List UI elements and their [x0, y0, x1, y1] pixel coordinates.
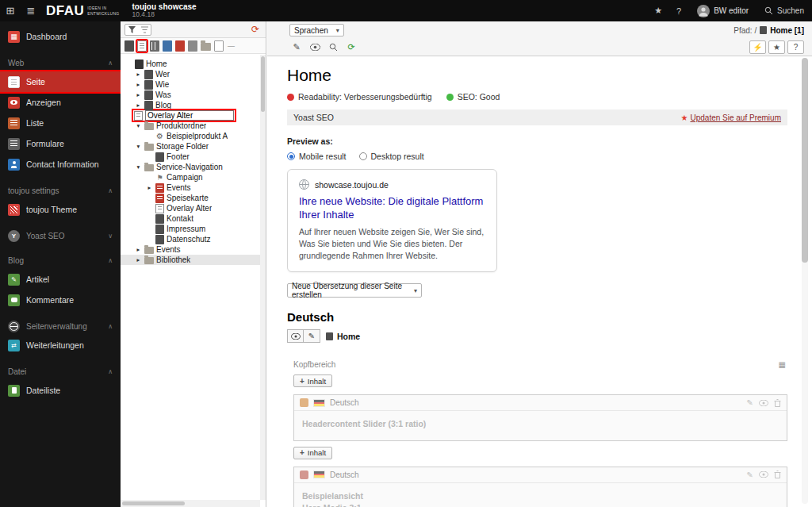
tree-filter-icon[interactable] [138, 25, 151, 35]
add-content-button-1[interactable]: + Inhalt [293, 374, 332, 387]
sidebar-section-blog[interactable]: Blog ∧ [0, 252, 121, 269]
tree-item-kontakt[interactable]: Kontakt [121, 213, 266, 224]
sidebar-item-anzeigen[interactable]: Anzeigen [0, 92, 121, 113]
sidebar-item-formulare[interactable]: Formulare [0, 133, 121, 154]
tree-item-speisekarte[interactable]: Speisekarte [121, 193, 266, 203]
chevron-right-icon[interactable]: ▸ [135, 102, 142, 109]
tree-item-bibliothek[interactable]: ▸ Bibliothek [121, 255, 266, 265]
new-divider-icon[interactable] [227, 40, 236, 52]
sidebar-section-seitenverwaltung[interactable]: Seitenverwaltung ∧ [0, 317, 121, 335]
bookmark-button[interactable]: ★ [768, 40, 785, 54]
new-mountpoint-icon[interactable] [175, 40, 185, 52]
tree-horizontal-scrollbar[interactable] [121, 500, 260, 507]
new-page-alt-icon[interactable] [137, 40, 147, 52]
tree-item-storage-folder[interactable]: ▾ Storage Folder [121, 141, 266, 152]
content-element-1[interactable]: Deutsch ✎ Headercontent Slider (3:1 rati… [293, 394, 787, 440]
apps-grid-button[interactable]: ⊞ [0, 0, 21, 21]
sidebar-section-web[interactable]: Web ∧ [0, 54, 121, 71]
yoast-premium-link[interactable]: ★ Updaten Sie auf Premium [681, 113, 781, 122]
chevron-down-icon[interactable]: ▾ [135, 163, 142, 171]
tree-item-overlay-alter[interactable]: Overlay Alter [121, 203, 266, 213]
user-menu[interactable]: BW editor [689, 0, 756, 21]
yoast-panel-header[interactable]: Yoast SEO ★ Updaten Sie auf Premium [287, 109, 787, 125]
delete-content-button[interactable] [774, 399, 781, 407]
tree-item-wie[interactable]: ▸ Wie [121, 79, 266, 90]
chevron-right-icon[interactable]: ▸ [135, 91, 142, 98]
view-page-button[interactable] [287, 329, 304, 343]
tree-item-home[interactable]: Home [121, 59, 266, 69]
cache-bolt-button[interactable]: ⚡ [749, 40, 766, 54]
tree-funnel-icon[interactable] [125, 25, 138, 35]
new-page-icon[interactable] [124, 40, 134, 52]
module-menu-toggle-button[interactable]: ≣ [21, 0, 41, 21]
tree-item-footer[interactable]: Footer [121, 152, 266, 162]
sidebar-item-artikel[interactable]: Artikel [0, 269, 121, 290]
content-element-2[interactable]: Deutsch ✎ Beispielansicht Hero Media 3:1 [293, 467, 787, 507]
chevron-right-icon[interactable]: ▸ [135, 71, 142, 78]
chevron-right-icon[interactable]: ▸ [146, 184, 153, 191]
chevron-right-icon[interactable]: ▸ [135, 256, 142, 263]
dfau-logo[interactable]: DFAU IDEEN INENTWICKLUNG [46, 3, 120, 19]
edit-page-button[interactable]: ✎ [304, 329, 320, 343]
search-button[interactable] [326, 40, 340, 54]
chevron-right-icon[interactable]: ▸ [135, 246, 142, 253]
main-vertical-scrollbar[interactable] [802, 58, 808, 504]
new-external-url-icon[interactable] [188, 40, 197, 52]
chevron-down-icon[interactable]: ▾ [135, 122, 142, 129]
tree-item-events-sub[interactable]: ▸ Events [121, 182, 266, 193]
scrollbar-thumb[interactable] [261, 56, 265, 112]
sidebar-section-datei[interactable]: Datei ∧ [0, 363, 121, 380]
sidebar-item-weiterleitungen[interactable]: Weiterleitungen [0, 335, 121, 355]
edit-content-button[interactable]: ✎ [747, 471, 753, 479]
tree-refresh-icon[interactable]: ⟳ [249, 24, 262, 35]
scrollbar-thumb[interactable] [802, 58, 808, 263]
sidebar-item-dashboard[interactable]: Dashboard [0, 26, 121, 47]
tree-item-beispielprodukt-a[interactable]: ⚙ Beispielprodukt A [121, 131, 266, 141]
radio-desktop-result[interactable]: Desktop result [359, 152, 424, 161]
clear-cache-button[interactable]: ⟳ [344, 40, 358, 54]
new-shortcut-icon[interactable] [163, 40, 172, 52]
edit-page-properties-button[interactable]: ✎ [289, 40, 304, 54]
sidebar-section-yoast-seo[interactable]: Yoast SEO ∨ [0, 227, 121, 244]
tree-item-service-navigation[interactable]: ▾ Service-Navigation [121, 162, 266, 172]
sidebar-item-seite[interactable]: Seite [0, 71, 121, 92]
radio-mobile-result[interactable]: Mobile result [287, 152, 347, 161]
toggle-visibility-button[interactable] [759, 400, 768, 406]
tree-rename-input[interactable] [145, 110, 234, 121]
sidebar-item-toujou-theme[interactable]: toujou Theme [0, 199, 121, 220]
sidebar-item-contact-information[interactable]: Contact Information [0, 154, 121, 175]
tree-item-produktordner[interactable]: ▾ Produktordner [121, 121, 266, 131]
tree-item-campaign[interactable]: ⚑ Campaign [121, 172, 266, 182]
edit-content-button[interactable]: ✎ [747, 398, 753, 407]
chevron-down-icon[interactable]: ▾ [135, 143, 142, 150]
scrollbar-thumb[interactable] [122, 501, 185, 505]
tree-item-was[interactable]: ▸ Was [121, 90, 266, 100]
search-button[interactable]: Suchen [756, 0, 812, 21]
column-menu-icon[interactable]: ▦ [779, 360, 786, 369]
tree-item-label: Impressum [167, 225, 205, 233]
tree-vertical-scrollbar[interactable] [260, 55, 266, 500]
bookmarks-button[interactable]: ★ [648, 0, 668, 21]
new-folder-icon[interactable] [201, 43, 211, 51]
sidebar-section-toujou-settings[interactable]: toujou settings ∧ [0, 182, 121, 199]
new-backend-section-icon[interactable] [150, 40, 159, 52]
new-translation-select[interactable]: Neue Übersetzung dieser Seite erstellen … [287, 283, 422, 298]
tree-item-wer[interactable]: ▸ Wer [121, 69, 266, 79]
sidebar-item-liste[interactable]: Liste [0, 113, 121, 133]
tree-item-blog[interactable]: ▸ Blog [121, 100, 266, 110]
help-button[interactable]: ? [668, 0, 689, 21]
delete-content-button[interactable] [774, 471, 781, 478]
chevron-right-icon[interactable]: ▸ [135, 81, 142, 88]
tree-item-impressum[interactable]: Impressum [121, 224, 266, 234]
add-content-button-2[interactable]: + Inhalt [293, 447, 332, 459]
tree-item-datenschutz[interactable]: Datenschutz [121, 234, 266, 244]
toggle-visibility-button[interactable] [759, 471, 768, 478]
tree-item-events[interactable]: ▸ Events [121, 244, 266, 255]
sidebar-item-kommentare[interactable]: Kommentare [0, 290, 121, 310]
help-button[interactable]: ? [787, 40, 804, 54]
snippet-title[interactable]: Ihre neue Website: Die digitale Plattfor… [299, 195, 485, 222]
new-recycler-icon[interactable] [214, 40, 224, 52]
sidebar-item-dateiliste[interactable]: Dateiliste [0, 380, 121, 401]
language-select[interactable]: Sprachen ▾ [289, 24, 344, 36]
view-webpage-button[interactable] [308, 40, 322, 54]
